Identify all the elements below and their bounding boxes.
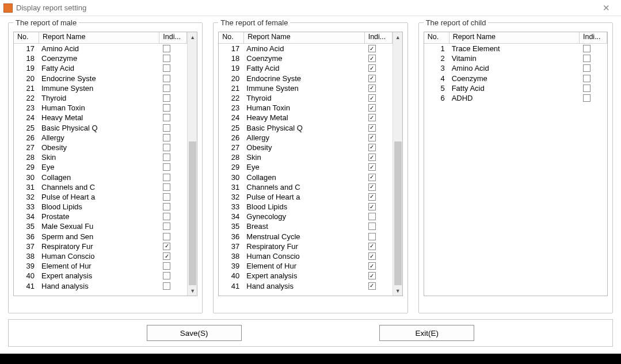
female-scrollbar[interactable]: ▲ ▼ — [393, 32, 402, 296]
table-row[interactable]: 21Immune Systen — [14, 83, 187, 93]
checkbox[interactable]: ✓ — [368, 124, 376, 132]
scroll-thumb[interactable] — [189, 141, 196, 285]
table-row[interactable]: 33Blood Lipids — [14, 202, 187, 212]
table-row[interactable]: 25Basic Physical Q — [14, 123, 187, 133]
col-name[interactable]: Report Name — [449, 32, 580, 43]
table-row[interactable]: 18Coenzyme✓ — [219, 53, 392, 63]
table-row[interactable]: 37Respiratory Fur✓ — [14, 242, 187, 251]
col-no[interactable]: No. — [219, 32, 244, 43]
checkbox[interactable] — [163, 64, 170, 72]
table-row[interactable]: 38Human Conscio✓ — [219, 251, 392, 261]
table-row[interactable]: 17Amino Acid✓ — [219, 44, 392, 53]
male-header[interactable]: No. Report Name Indi... — [14, 32, 187, 44]
table-row[interactable]: 26Allergy✓ — [219, 133, 392, 143]
table-row[interactable]: 36Sperm and Sen — [14, 232, 187, 242]
table-row[interactable]: 19Fatty Acid — [14, 63, 187, 73]
checkbox[interactable]: ✓ — [368, 75, 376, 82]
table-row[interactable]: 24Heavy Metal — [14, 113, 187, 122]
table-row[interactable]: 25Basic Physical Q✓ — [219, 123, 392, 133]
col-no[interactable]: No. — [14, 32, 39, 43]
checkbox[interactable]: ✓ — [368, 243, 376, 250]
checkbox[interactable] — [163, 213, 170, 220]
table-row[interactable]: 20Endocrine Syste — [14, 74, 187, 83]
checkbox[interactable]: ✓ — [368, 163, 376, 171]
save-button[interactable]: Save(S) — [147, 325, 242, 341]
table-row[interactable]: 29Eye — [14, 162, 187, 172]
scroll-down-icon[interactable]: ▼ — [393, 286, 403, 296]
male-list[interactable]: No. Report Name Indi... 17Amino Acid18Co… — [13, 32, 197, 296]
table-row[interactable]: 6ADHD — [424, 93, 607, 103]
checkbox[interactable]: ✓ — [368, 104, 376, 112]
table-row[interactable]: 21Immune Systen✓ — [219, 83, 392, 93]
checkbox[interactable] — [163, 183, 170, 191]
child-header[interactable]: No. Report Name Indi... — [424, 32, 607, 44]
col-no[interactable]: No. — [424, 32, 449, 43]
checkbox[interactable]: ✓ — [368, 282, 376, 290]
table-row[interactable]: 35Breast — [219, 221, 392, 231]
table-row[interactable]: 27Obesity — [14, 143, 187, 152]
checkbox[interactable]: ✓ — [368, 252, 376, 260]
table-row[interactable]: 19Fatty Acid✓ — [219, 63, 392, 73]
table-row[interactable]: 22Thyroid — [14, 93, 187, 103]
child-list[interactable]: No. Report Name Indi... 1Trace Element2V… — [424, 32, 608, 296]
checkbox[interactable] — [163, 203, 170, 210]
table-row[interactable]: 30Collagen — [14, 172, 187, 182]
checkbox[interactable]: ✓ — [368, 174, 376, 181]
exit-button[interactable]: Exit(E) — [379, 325, 474, 341]
checkbox[interactable]: ✓ — [368, 94, 376, 102]
table-row[interactable]: 1Trace Element — [424, 44, 607, 53]
checkbox[interactable] — [163, 223, 170, 230]
table-row[interactable]: 40Expert analysis — [14, 271, 187, 281]
table-row[interactable]: 41Hand analysis — [14, 281, 187, 291]
table-row[interactable]: 41Hand analysis✓ — [219, 281, 392, 291]
checkbox[interactable] — [163, 154, 170, 161]
table-row[interactable]: 28Skin — [14, 152, 187, 162]
checkbox[interactable]: ✓ — [368, 203, 376, 210]
male-scrollbar[interactable]: ▲ ▼ — [187, 32, 197, 296]
checkbox[interactable] — [163, 104, 170, 112]
female-header[interactable]: No. Report Name Indi... — [219, 32, 392, 44]
checkbox[interactable] — [583, 75, 590, 82]
table-row[interactable]: 32Pulse of Heart a✓ — [219, 192, 392, 202]
checkbox[interactable] — [163, 85, 170, 92]
col-ind[interactable]: Indi... — [365, 32, 393, 43]
table-row[interactable]: 23Human Toxin — [14, 103, 187, 113]
checkbox[interactable] — [163, 193, 170, 201]
table-row[interactable]: 34Gynecology — [219, 212, 392, 221]
col-ind[interactable]: Indi... — [159, 32, 187, 43]
checkbox[interactable]: ✓ — [368, 134, 376, 141]
checkbox[interactable] — [368, 223, 376, 230]
table-row[interactable]: 17Amino Acid — [14, 44, 187, 53]
checkbox[interactable] — [163, 282, 170, 290]
table-row[interactable]: 3Amino Acid — [424, 63, 607, 73]
col-ind[interactable]: Indi... — [580, 32, 607, 43]
checkbox[interactable] — [583, 85, 590, 92]
checkbox[interactable] — [163, 163, 170, 171]
checkbox[interactable] — [163, 94, 170, 102]
scroll-up-icon[interactable]: ▲ — [393, 32, 403, 42]
table-row[interactable]: 31Channels and C — [14, 182, 187, 192]
checkbox[interactable] — [163, 45, 170, 52]
table-row[interactable]: 29Eye✓ — [219, 162, 392, 172]
table-row[interactable]: 33Blood Lipids✓ — [219, 202, 392, 212]
checkbox[interactable] — [163, 174, 170, 181]
table-row[interactable]: 36Menstrual Cycle — [219, 232, 392, 242]
col-name[interactable]: Report Name — [39, 32, 159, 43]
table-row[interactable]: 39Element of Hur — [14, 261, 187, 271]
checkbox[interactable]: ✓ — [368, 45, 376, 52]
table-row[interactable]: 34Prostate — [14, 212, 187, 221]
close-button[interactable]: ✕ — [595, 1, 618, 16]
table-row[interactable]: 28Skin✓ — [219, 152, 392, 162]
table-row[interactable]: 30Collagen✓ — [219, 172, 392, 182]
checkbox[interactable] — [583, 55, 590, 62]
col-name[interactable]: Report Name — [244, 32, 364, 43]
table-row[interactable]: 39Element of Hur✓ — [219, 261, 392, 271]
checkbox[interactable]: ✓ — [163, 252, 170, 260]
checkbox[interactable]: ✓ — [368, 55, 376, 62]
checkbox[interactable] — [163, 55, 170, 62]
table-row[interactable]: 23Human Toxin✓ — [219, 103, 392, 113]
table-row[interactable]: 40Expert analysis✓ — [219, 271, 392, 281]
table-row[interactable]: 38Human Conscio✓ — [14, 251, 187, 261]
checkbox[interactable] — [583, 45, 590, 52]
checkbox[interactable]: ✓ — [368, 193, 376, 201]
